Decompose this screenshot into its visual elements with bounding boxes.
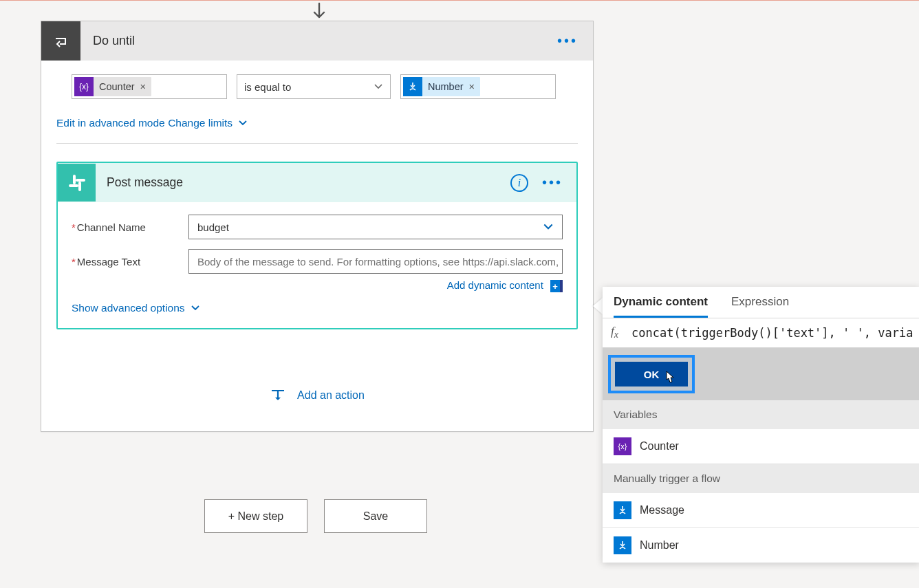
trigger-icon <box>614 501 631 519</box>
condition-row: {x} Counter × is equal to Number × <box>72 74 578 99</box>
do-until-header[interactable]: Do until ••• <box>41 21 593 61</box>
ok-button-highlight: OK <box>608 355 695 393</box>
edit-advanced-mode-link[interactable]: Edit in advanced mode <box>56 117 165 129</box>
fx-icon: fx <box>611 325 631 340</box>
post-message-action: Post message i ••• *Channel Name budget … <box>56 162 578 329</box>
token-number[interactable]: Number × <box>403 77 480 96</box>
dynamic-content-panel: Dynamic content Expression fx concat(tri… <box>603 287 919 563</box>
trigger-icon <box>614 536 631 554</box>
add-dynamic-content-row: Add dynamic content + <box>72 279 563 292</box>
do-until-title: Do until <box>80 34 556 48</box>
panel-tabs: Dynamic content Expression <box>603 287 919 318</box>
chevron-down-icon <box>191 303 200 313</box>
do-until-card: Do until ••• {x} Counter × is equal to <box>41 21 594 432</box>
message-text-label: *Message Text <box>72 256 188 268</box>
svg-rect-3 <box>76 179 85 182</box>
panel-pointer-icon <box>593 298 603 314</box>
tab-dynamic-content[interactable]: Dynamic content <box>614 295 708 318</box>
post-message-menu-button[interactable]: ••• <box>541 175 564 190</box>
channel-name-select[interactable]: budget <box>188 215 563 239</box>
remove-token-icon[interactable]: × <box>140 81 146 92</box>
token-counter[interactable]: {x} Counter × <box>74 77 151 96</box>
expression-text: concat(triggerBody()['text'], ' ', varia <box>631 326 913 340</box>
slack-icon <box>58 164 96 202</box>
svg-rect-2 <box>69 184 78 187</box>
add-an-action-button[interactable]: Add an action <box>270 387 365 404</box>
footer-buttons: + New step Save <box>204 499 427 533</box>
variable-icon: {x} <box>74 77 94 96</box>
section-trigger: Manually trigger a flow <box>603 464 919 493</box>
chevron-down-icon <box>543 221 554 232</box>
chevron-down-icon <box>238 118 248 128</box>
svg-rect-1 <box>78 182 81 191</box>
trigger-icon <box>403 77 422 96</box>
dc-item-number[interactable]: Number <box>603 528 919 563</box>
tab-expression[interactable]: Expression <box>731 295 789 318</box>
ok-button[interactable]: OK <box>615 362 688 386</box>
dc-item-message[interactable]: Message <box>603 493 919 528</box>
post-message-header[interactable]: Post message i ••• <box>58 163 576 202</box>
cursor-icon <box>663 370 678 386</box>
add-action-icon <box>270 387 286 404</box>
flow-arrow-icon <box>311 2 327 20</box>
dc-item-counter[interactable]: {x} Counter <box>603 429 919 464</box>
operator-select[interactable]: is equal to <box>237 74 391 99</box>
expression-bar[interactable]: fx concat(triggerBody()['text'], ' ', va… <box>603 318 919 348</box>
condition-left-field[interactable]: {x} Counter × <box>72 74 227 99</box>
post-message-title: Post message <box>96 175 510 190</box>
add-dynamic-content-icon[interactable]: + <box>550 280 563 292</box>
svg-rect-0 <box>73 175 76 184</box>
divider <box>56 143 578 144</box>
chevron-down-icon <box>374 82 383 91</box>
new-step-button[interactable]: + New step <box>204 499 307 533</box>
do-until-menu-button[interactable]: ••• <box>556 33 579 49</box>
condition-right-field[interactable]: Number × <box>400 74 556 99</box>
loop-icon <box>41 21 80 61</box>
info-icon[interactable]: i <box>510 174 528 192</box>
show-advanced-options-link[interactable]: Show advanced options <box>72 302 200 314</box>
save-button[interactable]: Save <box>324 499 427 533</box>
message-text-input[interactable]: Body of the message to send. For formatt… <box>188 249 563 274</box>
variable-icon: {x} <box>614 437 631 455</box>
channel-name-label: *Channel Name <box>72 221 188 233</box>
add-dynamic-content-link[interactable]: Add dynamic content <box>447 279 543 291</box>
remove-token-icon[interactable]: × <box>469 81 475 92</box>
change-limits-link[interactable]: Change limits <box>168 117 248 129</box>
section-variables: Variables <box>603 400 919 429</box>
